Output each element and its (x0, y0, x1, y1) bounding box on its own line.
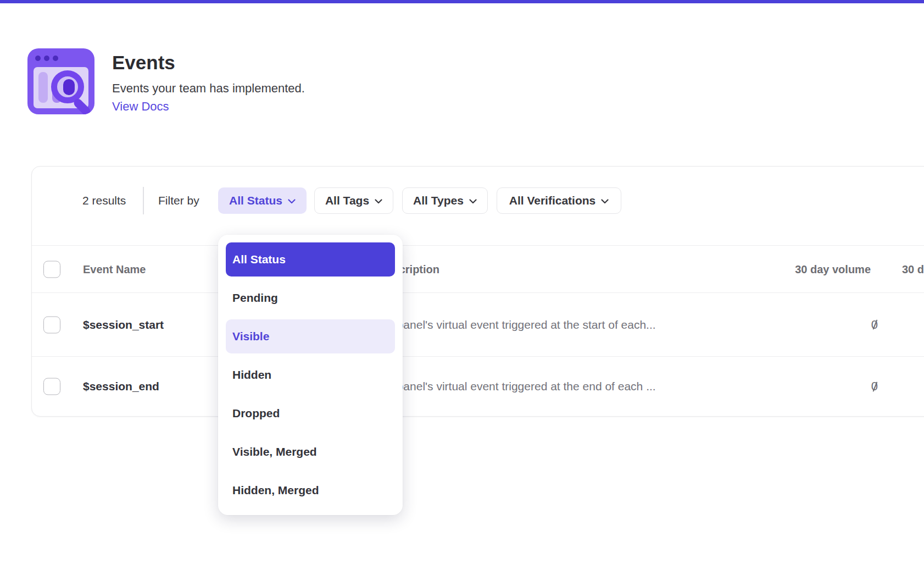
dropdown-item-pending[interactable]: Pending (226, 281, 395, 315)
window-dot-icon (35, 56, 41, 61)
event-description: Mixpanel's virtual event triggered at th… (379, 380, 656, 393)
dropdown-item-all-status[interactable]: All Status (226, 242, 395, 277)
column-header-30-day-volume[interactable]: 30 day volume (795, 263, 871, 275)
filter-by-label: Filter by (158, 194, 199, 207)
window-dot-icon (53, 56, 58, 61)
filter-label: All Types (413, 194, 464, 207)
status-filter-dropdown: All Status Pending Visible Hidden Droppe… (218, 235, 403, 515)
event-description: Mixpanel's virtual event triggered at th… (379, 318, 656, 331)
row-checkbox[interactable] (43, 316, 60, 333)
top-accent-bar (0, 0, 924, 3)
event-30-day-volume: 0 (871, 379, 878, 394)
filter-all-types-button[interactable]: All Types (402, 187, 488, 214)
event-name[interactable]: $session_start (83, 318, 164, 331)
chevron-down-icon (288, 199, 296, 204)
window-screen (34, 67, 88, 108)
event-name[interactable]: $session_end (83, 380, 159, 393)
chevron-down-icon (601, 199, 609, 204)
select-all-checkbox[interactable] (43, 261, 60, 278)
dropdown-item-hidden-merged[interactable]: Hidden, Merged (226, 473, 395, 507)
page-title: Events (112, 52, 175, 74)
window-dot-icon (44, 56, 49, 61)
magnifier-glass (63, 79, 75, 95)
view-docs-link[interactable]: View Docs (112, 99, 169, 114)
dropdown-item-visible-merged[interactable]: Visible, Merged (226, 435, 395, 469)
filter-all-verifications-button[interactable]: All Verifications (497, 187, 621, 214)
table-header-row: Event Name Description 30 day volume 30 … (32, 245, 924, 293)
chart-bar (38, 72, 48, 103)
filter-all-tags-button[interactable]: All Tags (314, 187, 393, 214)
dropdown-item-dropped[interactable]: Dropped (226, 396, 395, 430)
filter-label: All Verifications (509, 194, 596, 207)
results-count: 2 results (82, 194, 126, 207)
page-subtitle: Events your team has implemented. (112, 81, 305, 96)
row-checkbox[interactable] (43, 378, 60, 395)
chevron-down-icon (375, 199, 382, 204)
table-row[interactable]: $session_end Mixpanel's virtual event tr… (32, 357, 924, 416)
dropdown-item-visible[interactable]: Visible (226, 319, 395, 353)
event-30-day-volume: 0 (871, 318, 878, 332)
column-header-30-day-users[interactable]: 30 day users (902, 263, 924, 275)
events-browser-chart-icon (27, 48, 94, 114)
chevron-down-icon (469, 199, 477, 204)
toolbar-divider (143, 187, 144, 214)
filter-all-status-button[interactable]: All Status (218, 187, 307, 214)
dropdown-item-hidden[interactable]: Hidden (226, 358, 395, 392)
events-page: Events Events your team has implemented.… (0, 0, 924, 575)
table-row[interactable]: $session_start Mixpanel's virtual event … (32, 293, 924, 357)
magnifier-handle (72, 97, 92, 114)
filter-label: All Status (229, 194, 282, 207)
filter-label: All Tags (325, 194, 369, 207)
column-header-event-name[interactable]: Event Name (83, 263, 146, 275)
